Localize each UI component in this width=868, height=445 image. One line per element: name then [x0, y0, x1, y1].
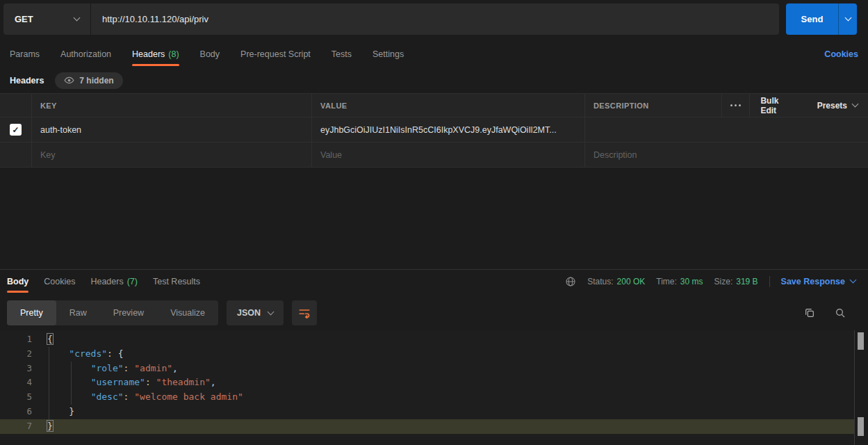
code-line: 4 "username": "theadmin",: [0, 375, 854, 390]
text-wrap-icon: [298, 308, 311, 318]
response-tab-test-results[interactable]: Test Results: [153, 270, 200, 293]
header-row-empty: [0, 143, 868, 168]
line-number: 1: [0, 332, 32, 347]
address-bar: GET: [3, 3, 779, 35]
code-text: "username": "theadmin",: [32, 375, 216, 390]
headers-table-head: KEY VALUE DESCRIPTION Bulk Edit Presets: [0, 93, 868, 118]
divider: [769, 276, 770, 287]
chevron-down-icon: [852, 101, 859, 108]
scrollbar-thumb[interactable]: [858, 332, 864, 350]
code-scrollbar[interactable]: [854, 330, 868, 445]
response-toolbar: Pretty Raw Preview Visualize JSON: [0, 300, 868, 326]
hidden-headers-toggle[interactable]: 7 hidden: [55, 72, 122, 89]
line-number: 4: [0, 375, 32, 390]
globe-icon: [565, 276, 576, 287]
line-number: 7: [0, 419, 32, 434]
column-key: KEY: [31, 94, 311, 117]
save-response-dropdown[interactable]: Save Response: [781, 277, 861, 286]
view-visualize[interactable]: Visualize: [157, 300, 218, 325]
more-options-icon[interactable]: [721, 94, 750, 117]
check-icon: ✓: [12, 125, 19, 135]
size-label: Size:: [714, 277, 733, 286]
url-input[interactable]: [91, 3, 779, 35]
select-all-column: [0, 94, 31, 117]
send-options-button[interactable]: [838, 3, 857, 35]
chevron-down-icon: [268, 308, 275, 315]
header-value-cell[interactable]: eyJhbGciOiJIUzI1NiIsInR5cCI6IkpXVCJ9.eyJ…: [311, 118, 584, 142]
header-description-cell[interactable]: [584, 118, 868, 142]
new-description-input[interactable]: [593, 150, 860, 160]
headers-table: KEY VALUE DESCRIPTION Bulk Edit Presets …: [0, 93, 868, 168]
code-line: 7}: [0, 419, 854, 434]
tab-authorization[interactable]: Authorization: [60, 42, 111, 66]
code-text: }: [32, 419, 53, 434]
presets-dropdown[interactable]: Presets: [807, 94, 868, 117]
copy-button[interactable]: [804, 307, 815, 318]
code-line: 2 "creds": {: [0, 347, 854, 362]
response-tab-headers[interactable]: Headers (7): [90, 270, 138, 293]
code-line: 6 }: [0, 405, 854, 419]
new-key-input[interactable]: [40, 150, 303, 160]
indent-guide: [49, 347, 49, 419]
indent-guide: [71, 362, 72, 405]
request-tabs: Params Authorization Headers (8) Body Pr…: [0, 42, 868, 66]
column-description: DESCRIPTION: [584, 94, 721, 117]
view-pretty[interactable]: Pretty: [7, 300, 56, 325]
headers-count: (8): [168, 49, 179, 59]
code-line: 5 "desc": "welcome back admin": [0, 390, 854, 405]
cursor-line-marker: [858, 417, 864, 436]
time-label: Time:: [656, 277, 677, 286]
copy-icon: [804, 307, 815, 318]
size-value: 319 B: [736, 277, 758, 286]
cookies-link[interactable]: Cookies: [824, 49, 858, 59]
new-value-input[interactable]: [320, 150, 576, 160]
tab-headers[interactable]: Headers (8): [132, 42, 179, 66]
row-checkbox[interactable]: ✓: [10, 124, 22, 136]
tab-params[interactable]: Params: [10, 42, 40, 66]
chevron-down-icon: [850, 277, 857, 284]
code-lines: 1{2 "creds": {3 "role": "admin",4 "usern…: [0, 332, 854, 434]
line-number: 2: [0, 347, 32, 362]
code-line: 3 "role": "admin",: [0, 362, 854, 376]
line-number: 6: [0, 405, 32, 419]
tab-pre-request-script[interactable]: Pre-request Script: [240, 42, 311, 66]
status-badge: 200 OK: [617, 277, 646, 286]
headers-subbar: Headers 7 hidden: [0, 69, 868, 92]
headers-section-title: Headers: [10, 76, 44, 86]
wrap-lines-button[interactable]: [292, 300, 317, 325]
view-raw[interactable]: Raw: [56, 300, 100, 325]
method-dropdown[interactable]: GET: [3, 3, 91, 35]
time-value: 30 ms: [680, 277, 703, 286]
column-value: VALUE: [311, 94, 584, 117]
response-meta: Status: 200 OK Time: 30 ms Size: 319 B S…: [565, 270, 861, 293]
header-row-auth-token: ✓ auth-token eyJhbGciOiJIUzI1NiIsInR5cCI…: [0, 118, 868, 143]
tab-tests[interactable]: Tests: [331, 42, 352, 66]
tab-settings[interactable]: Settings: [372, 42, 404, 66]
send-button-main[interactable]: Send: [786, 3, 838, 35]
status-label: Status:: [587, 277, 613, 286]
request-bar: GET Send: [3, 3, 857, 35]
search-icon: [835, 307, 846, 318]
chevron-down-icon: [74, 15, 81, 22]
send-button[interactable]: Send: [786, 3, 857, 35]
response-tabs: Body Cookies Headers (7) Test Results St…: [0, 270, 868, 293]
code-text: "role": "admin",: [32, 362, 178, 376]
tab-body[interactable]: Body: [200, 42, 220, 66]
bulk-edit-button[interactable]: Bulk Edit: [750, 94, 806, 117]
view-mode-switcher: Pretty Raw Preview Visualize: [7, 300, 218, 325]
search-button[interactable]: [835, 307, 846, 318]
view-preview[interactable]: Preview: [100, 300, 157, 325]
language-dropdown[interactable]: JSON: [227, 300, 284, 325]
response-tab-body[interactable]: Body: [7, 270, 28, 293]
header-key-cell[interactable]: auth-token: [31, 118, 311, 142]
code-text: }: [32, 405, 74, 419]
response-tab-cookies[interactable]: Cookies: [44, 270, 75, 293]
code-text: "desc": "welcome back admin": [32, 390, 243, 405]
chevron-down-icon: [844, 15, 851, 22]
code-text: {: [32, 332, 53, 347]
method-label: GET: [15, 14, 33, 24]
response-headers-count: (7): [127, 277, 138, 286]
line-number: 5: [0, 390, 32, 405]
line-number: 3: [0, 362, 32, 376]
eye-icon: [64, 76, 74, 84]
